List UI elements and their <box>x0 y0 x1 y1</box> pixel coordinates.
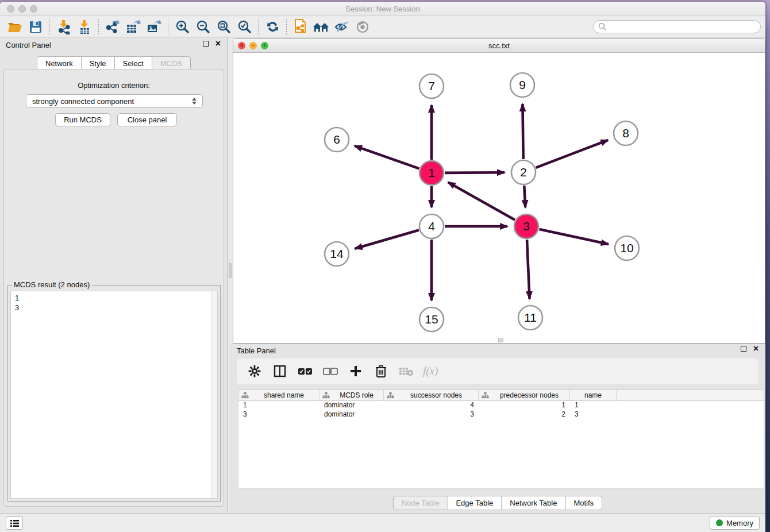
cell-successor-nodes[interactable]: 4 <box>384 401 479 410</box>
close-panel-icon[interactable]: × <box>215 41 221 47</box>
column-header-name[interactable]: name <box>570 390 617 400</box>
import-table-icon <box>77 20 92 34</box>
function-builder-button[interactable]: f(x) <box>423 363 438 380</box>
table-panel-controls: × <box>741 346 759 352</box>
tab-edge-table[interactable]: Edge Table <box>448 496 502 510</box>
zoom-selected-button[interactable] <box>234 18 255 36</box>
node-label-3: 3 <box>523 219 530 233</box>
close-table-panel-icon[interactable]: × <box>753 346 759 352</box>
cell-name[interactable]: 1 <box>570 401 617 410</box>
zoom-fit-icon <box>217 20 231 34</box>
frame-resize-handle[interactable] <box>498 338 503 342</box>
edge-1-6[interactable] <box>355 146 419 168</box>
edge-2-3[interactable] <box>524 186 525 207</box>
column-header-label: shared name <box>249 391 319 399</box>
table-row[interactable]: 3dominator323 <box>238 410 764 419</box>
create-column-button[interactable] <box>347 363 364 380</box>
mcds-tab-content: Optimization criterion: strongly connect… <box>3 69 224 507</box>
node-label-14: 14 <box>330 247 344 260</box>
delete-table-button[interactable] <box>398 363 415 380</box>
search-input[interactable] <box>607 23 756 31</box>
panel-splitter-handle[interactable] <box>229 263 232 278</box>
deselect-all-button[interactable] <box>322 363 339 380</box>
tab-network-table[interactable]: Network Table <box>502 496 565 510</box>
open-file-button[interactable] <box>5 18 25 36</box>
cell-shared-name[interactable]: 1 <box>238 401 319 410</box>
import-network-button[interactable] <box>53 18 74 36</box>
optimization-select[interactable]: strongly connected component <box>26 94 203 108</box>
network-canvas[interactable]: 7968124314101511 <box>233 53 765 343</box>
toolbar-separator <box>168 20 168 34</box>
column-header-shared-name[interactable]: shared name <box>238 390 319 400</box>
column-header-label: name <box>570 391 616 399</box>
show-task-history-button[interactable] <box>6 516 23 530</box>
status-bar: Memory <box>0 513 765 532</box>
save-session-button[interactable] <box>25 18 46 36</box>
memory-button[interactable]: Memory <box>710 516 760 530</box>
zoom-fit-button[interactable] <box>213 18 234 36</box>
table-row[interactable]: 1dominator411 <box>238 401 764 410</box>
node-label-2: 2 <box>520 165 527 179</box>
edge-2-8[interactable] <box>536 140 608 168</box>
table-settings-button[interactable] <box>246 363 263 380</box>
node-label-4: 4 <box>428 219 435 233</box>
tab-node-table[interactable]: Node Table <box>393 496 448 510</box>
export-image-button[interactable] <box>144 18 164 36</box>
search-field[interactable] <box>593 20 761 33</box>
column-header-filler <box>617 390 764 400</box>
first-neighbors-icon <box>313 20 330 34</box>
cell-predecessor-nodes[interactable]: 1 <box>479 401 570 410</box>
tab-motifs[interactable]: Motifs <box>565 496 602 510</box>
node-table[interactable]: shared nameMCDS rolesuccessor nodesprede… <box>238 390 764 488</box>
result-scrollbar[interactable] <box>211 291 217 498</box>
column-header-predecessor-nodes[interactable]: predecessor nodes <box>479 390 570 400</box>
edge-3-1[interactable] <box>448 182 515 220</box>
column-header-successor-nodes[interactable]: successor nodes <box>384 390 479 400</box>
apply-layout-button[interactable] <box>262 18 283 36</box>
mcds-result-textarea[interactable]: 13 <box>10 291 218 499</box>
network-window-titlebar[interactable]: × − + scc.txt <box>233 39 765 53</box>
import-table-button[interactable] <box>74 18 95 36</box>
function-builder-icon: f(x) <box>423 365 438 377</box>
select-all-button[interactable] <box>297 363 314 380</box>
column-header-MCDS-role[interactable]: MCDS role <box>319 390 384 400</box>
memory-button-label: Memory <box>726 519 753 527</box>
show-all-icon <box>355 20 370 34</box>
import-network-icon <box>56 20 71 34</box>
select-all-icon <box>298 368 313 375</box>
cell-name[interactable]: 3 <box>570 410 617 419</box>
result-line: 3 <box>15 303 213 313</box>
zoom-in-button[interactable] <box>172 18 192 36</box>
export-table-icon <box>125 20 141 34</box>
add-column-icon <box>349 365 362 377</box>
window-title: Session: New Session <box>0 5 765 13</box>
edge-4-14[interactable] <box>355 230 419 248</box>
cell-MCDS-role[interactable]: dominator <box>319 410 384 419</box>
copy-view-button[interactable] <box>290 18 311 36</box>
mcds-result-group: MCDS result (2 nodes) 13 <box>7 285 221 502</box>
cell-shared-name[interactable]: 3 <box>238 410 319 419</box>
close-panel-button[interactable]: Close panel <box>117 113 177 126</box>
edge-3-10[interactable] <box>539 229 608 244</box>
edge-2-9[interactable] <box>522 104 523 159</box>
float-panel-icon[interactable] <box>203 41 209 47</box>
export-network-icon <box>105 20 121 34</box>
toolbar-separator <box>98 20 99 34</box>
search-icon <box>598 22 607 31</box>
cell-successor-nodes[interactable]: 3 <box>384 410 479 419</box>
export-table-button[interactable] <box>123 18 144 36</box>
edge-3-11[interactable] <box>527 240 530 299</box>
column-header-label: MCDS role <box>330 391 383 399</box>
export-network-button[interactable] <box>102 18 123 36</box>
show-all-button[interactable] <box>352 18 373 36</box>
delete-column-button[interactable] <box>372 363 390 380</box>
run-mcds-button[interactable]: Run MCDS <box>55 113 110 126</box>
hide-selected-button[interactable] <box>332 18 352 36</box>
show-column-button[interactable] <box>271 363 288 380</box>
cell-MCDS-role[interactable]: dominator <box>319 401 384 410</box>
first-neighbors-button[interactable] <box>311 18 332 36</box>
cell-predecessor-nodes[interactable]: 2 <box>479 410 570 419</box>
zoom-out-button[interactable] <box>192 18 213 36</box>
float-table-panel-icon[interactable] <box>741 346 746 352</box>
edge-1-2[interactable] <box>445 172 505 173</box>
